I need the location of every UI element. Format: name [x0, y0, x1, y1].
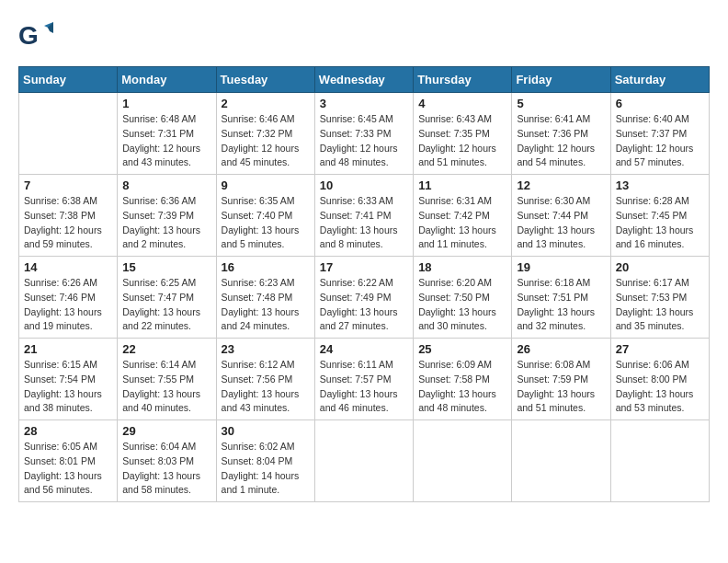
weekday-header-saturday: Saturday: [610, 67, 709, 93]
day-number: 25: [418, 342, 506, 356]
logo: G: [18, 18, 55, 52]
day-cell: 10Sunrise: 6:33 AMSunset: 7:41 PMDayligh…: [314, 175, 413, 257]
day-number: 21: [24, 342, 112, 356]
day-number: 8: [122, 178, 210, 192]
day-detail: Sunrise: 6:33 AMSunset: 7:41 PMDaylight:…: [320, 194, 408, 252]
day-number: 15: [122, 260, 210, 274]
day-number: 3: [320, 97, 408, 110]
day-cell: 9Sunrise: 6:35 AMSunset: 7:40 PMDaylight…: [216, 175, 314, 257]
day-detail: Sunrise: 6:02 AMSunset: 8:04 PMDaylight:…: [222, 440, 310, 498]
day-number: 30: [222, 424, 310, 438]
day-cell: 7Sunrise: 6:38 AMSunset: 7:38 PMDaylight…: [19, 175, 118, 257]
day-detail: Sunrise: 6:25 AMSunset: 7:47 PMDaylight:…: [122, 276, 210, 334]
day-detail: Sunrise: 6:22 AMSunset: 7:49 PMDaylight:…: [320, 276, 408, 334]
day-detail: Sunrise: 6:30 AMSunset: 7:44 PMDaylight:…: [517, 194, 605, 252]
day-number: 22: [122, 342, 210, 356]
day-detail: Sunrise: 6:46 AMSunset: 7:32 PMDaylight:…: [222, 112, 310, 170]
day-cell: 13Sunrise: 6:28 AMSunset: 7:45 PMDayligh…: [610, 175, 709, 257]
day-cell: 23Sunrise: 6:12 AMSunset: 7:56 PMDayligh…: [216, 339, 314, 420]
day-detail: Sunrise: 6:26 AMSunset: 7:46 PMDaylight:…: [24, 276, 112, 334]
day-detail: Sunrise: 6:15 AMSunset: 7:54 PMDaylight:…: [24, 358, 112, 416]
calendar-table: SundayMondayTuesdayWednesdayThursdayFrid…: [18, 66, 710, 502]
weekday-header-tuesday: Tuesday: [216, 67, 314, 93]
day-cell: [610, 420, 709, 502]
weekday-header-row: SundayMondayTuesdayWednesdayThursdayFrid…: [19, 67, 710, 93]
week-row-3: 14Sunrise: 6:26 AMSunset: 7:46 PMDayligh…: [19, 257, 710, 339]
day-cell: 21Sunrise: 6:15 AMSunset: 7:54 PMDayligh…: [19, 339, 118, 420]
day-cell: 24Sunrise: 6:11 AMSunset: 7:57 PMDayligh…: [314, 339, 413, 420]
day-detail: Sunrise: 6:43 AMSunset: 7:35 PMDaylight:…: [418, 112, 506, 170]
day-detail: Sunrise: 6:04 AMSunset: 8:03 PMDaylight:…: [122, 440, 210, 498]
day-cell: 5Sunrise: 6:41 AMSunset: 7:36 PMDaylight…: [512, 93, 610, 175]
day-detail: Sunrise: 6:38 AMSunset: 7:38 PMDaylight:…: [24, 194, 112, 252]
day-cell: 17Sunrise: 6:22 AMSunset: 7:49 PMDayligh…: [314, 257, 413, 339]
day-cell: 18Sunrise: 6:20 AMSunset: 7:50 PMDayligh…: [414, 257, 512, 339]
page-header: G: [18, 18, 710, 52]
day-cell: 8Sunrise: 6:36 AMSunset: 7:39 PMDaylight…: [118, 175, 216, 257]
day-cell: 1Sunrise: 6:48 AMSunset: 7:31 PMDaylight…: [118, 93, 216, 175]
weekday-header-friday: Friday: [512, 67, 610, 93]
logo-icon: G: [18, 18, 51, 52]
day-cell: [314, 420, 413, 502]
week-row-1: 1Sunrise: 6:48 AMSunset: 7:31 PMDaylight…: [19, 93, 710, 175]
day-number: 2: [222, 97, 310, 110]
day-cell: 29Sunrise: 6:04 AMSunset: 8:03 PMDayligh…: [118, 420, 216, 502]
day-number: 12: [517, 178, 605, 192]
day-detail: Sunrise: 6:09 AMSunset: 7:58 PMDaylight:…: [418, 358, 506, 416]
day-detail: Sunrise: 6:48 AMSunset: 7:31 PMDaylight:…: [122, 112, 210, 170]
day-number: 10: [320, 178, 408, 192]
day-detail: Sunrise: 6:11 AMSunset: 7:57 PMDaylight:…: [320, 358, 408, 416]
day-cell: 25Sunrise: 6:09 AMSunset: 7:58 PMDayligh…: [414, 339, 512, 420]
day-detail: Sunrise: 6:36 AMSunset: 7:39 PMDaylight:…: [122, 194, 210, 252]
day-cell: 16Sunrise: 6:23 AMSunset: 7:48 PMDayligh…: [216, 257, 314, 339]
svg-text:G: G: [18, 21, 39, 50]
day-detail: Sunrise: 6:05 AMSunset: 8:01 PMDaylight:…: [24, 440, 112, 498]
day-detail: Sunrise: 6:40 AMSunset: 7:37 PMDaylight:…: [616, 112, 704, 170]
day-detail: Sunrise: 6:06 AMSunset: 8:00 PMDaylight:…: [616, 358, 704, 416]
day-cell: 4Sunrise: 6:43 AMSunset: 7:35 PMDaylight…: [414, 93, 512, 175]
day-cell: 27Sunrise: 6:06 AMSunset: 8:00 PMDayligh…: [610, 339, 709, 420]
day-detail: Sunrise: 6:12 AMSunset: 7:56 PMDaylight:…: [222, 358, 310, 416]
day-number: 28: [24, 424, 112, 438]
day-number: 20: [616, 260, 704, 274]
day-detail: Sunrise: 6:23 AMSunset: 7:48 PMDaylight:…: [222, 276, 310, 334]
day-detail: Sunrise: 6:14 AMSunset: 7:55 PMDaylight:…: [122, 358, 210, 416]
weekday-header-wednesday: Wednesday: [314, 67, 413, 93]
day-detail: Sunrise: 6:28 AMSunset: 7:45 PMDaylight:…: [616, 194, 704, 252]
day-detail: Sunrise: 6:35 AMSunset: 7:40 PMDaylight:…: [222, 194, 310, 252]
day-detail: Sunrise: 6:17 AMSunset: 7:53 PMDaylight:…: [616, 276, 704, 334]
day-cell: 6Sunrise: 6:40 AMSunset: 7:37 PMDaylight…: [610, 93, 709, 175]
day-detail: Sunrise: 6:18 AMSunset: 7:51 PMDaylight:…: [517, 276, 605, 334]
day-detail: Sunrise: 6:20 AMSunset: 7:50 PMDaylight:…: [418, 276, 506, 334]
day-detail: Sunrise: 6:08 AMSunset: 7:59 PMDaylight:…: [517, 358, 605, 416]
day-cell: 20Sunrise: 6:17 AMSunset: 7:53 PMDayligh…: [610, 257, 709, 339]
day-cell: [19, 93, 118, 175]
day-number: 9: [222, 178, 310, 192]
day-number: 23: [222, 342, 310, 356]
day-detail: Sunrise: 6:41 AMSunset: 7:36 PMDaylight:…: [517, 112, 605, 170]
weekday-header-thursday: Thursday: [414, 67, 512, 93]
day-number: 4: [418, 97, 506, 110]
day-detail: Sunrise: 6:45 AMSunset: 7:33 PMDaylight:…: [320, 112, 408, 170]
day-cell: [414, 420, 512, 502]
day-number: 1: [122, 97, 210, 110]
day-cell: [512, 420, 610, 502]
day-number: 19: [517, 260, 605, 274]
day-cell: 3Sunrise: 6:45 AMSunset: 7:33 PMDaylight…: [314, 93, 413, 175]
day-number: 24: [320, 342, 408, 356]
day-number: 14: [24, 260, 112, 274]
day-number: 18: [418, 260, 506, 274]
day-cell: 15Sunrise: 6:25 AMSunset: 7:47 PMDayligh…: [118, 257, 216, 339]
day-cell: 28Sunrise: 6:05 AMSunset: 8:01 PMDayligh…: [19, 420, 118, 502]
day-number: 6: [616, 97, 704, 110]
day-number: 5: [517, 97, 605, 110]
day-cell: 14Sunrise: 6:26 AMSunset: 7:46 PMDayligh…: [19, 257, 118, 339]
day-cell: 12Sunrise: 6:30 AMSunset: 7:44 PMDayligh…: [512, 175, 610, 257]
day-cell: 11Sunrise: 6:31 AMSunset: 7:42 PMDayligh…: [414, 175, 512, 257]
day-detail: Sunrise: 6:31 AMSunset: 7:42 PMDaylight:…: [418, 194, 506, 252]
weekday-header-sunday: Sunday: [19, 67, 118, 93]
day-cell: 30Sunrise: 6:02 AMSunset: 8:04 PMDayligh…: [216, 420, 314, 502]
day-number: 29: [122, 424, 210, 438]
day-number: 16: [222, 260, 310, 274]
day-number: 7: [24, 178, 112, 192]
